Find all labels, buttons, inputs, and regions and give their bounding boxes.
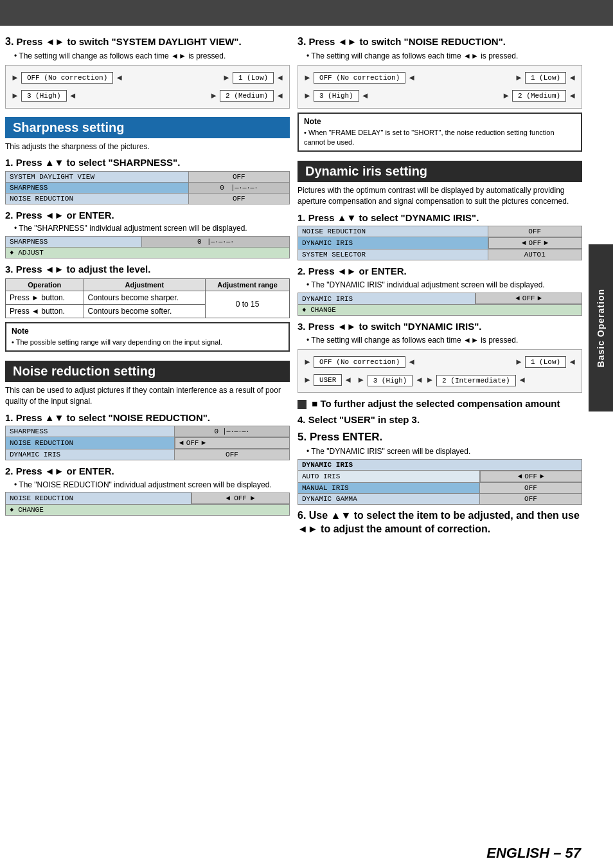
di-arrow5: [303, 375, 312, 384]
main-content: 3. Press ◄► to switch "SYSTEM DAYLIGHT V…: [0, 26, 587, 543]
menu2-row-adjust: ♦ ADJUST: [6, 248, 290, 258]
noise-step2-bullet: The "NOISE REDUCTION" individual adjustm…: [14, 480, 290, 491]
dynamic-menu3: DYNAMIC IRIS AUTO IRIS ◄ OFF ► MANUAL IR…: [298, 459, 582, 505]
di-arrow4: [568, 357, 576, 366]
nf-box-1low: 1 (Low): [525, 72, 566, 84]
adj-header-row: Operation Adjustment Adjustment range: [6, 278, 290, 291]
menu2-row-sharpness: SHARPNESS 0 |—·—·—·: [6, 237, 290, 248]
noise-menu-row2: NOISE REDUCTION ◄ OFF ►: [6, 437, 290, 449]
dm3-val-manual: OFF: [479, 482, 582, 493]
menu2-label-sharpness: SHARPNESS: [6, 237, 142, 248]
dynamic-step2-heading: 2. Press ◄► or ENTER.: [298, 265, 582, 278]
dynamic-iris-section: Dynamic iris setting Pictures with the o…: [298, 156, 582, 538]
noise-menu2: NOISE REDUCTION ◄ OFF ► ♦ CHANGE: [5, 492, 290, 516]
noise-menu-row3: DYNAMIC IRIS OFF: [6, 449, 290, 460]
flow-arrow-8: [276, 91, 284, 100]
dm2-label1: DYNAMIC IRIS: [298, 293, 475, 305]
adj-op-1: Press ► button.: [6, 291, 84, 304]
menu-label-noise: NOISE REDUCTION: [6, 193, 189, 204]
di-arrow9: [426, 375, 434, 384]
dm-row2: DYNAMIC IRIS ◄ OFF ►: [298, 237, 582, 249]
flow-arrow-1: [11, 73, 19, 82]
dm2-row2: ♦ CHANGE: [298, 305, 582, 316]
section-daylight-step3: 3. Press ◄► to switch "SYSTEM DAYLIGHT V…: [5, 31, 290, 112]
dynamic-menu1: NOISE REDUCTION OFF DYNAMIC IRIS ◄ OFF ►…: [298, 226, 582, 260]
sharpness-step2-bullet: The "SHARPNESS" individual adjustment sc…: [14, 223, 290, 234]
di-box-1low: 1 (Low): [525, 356, 566, 368]
menu2-adjust: ♦ ADJUST: [6, 248, 290, 258]
menu-value-sharpness: 0 |—·—·—·: [188, 182, 289, 193]
dynamic-step2-bullet: The "DYNAMIC IRIS" individual adjustment…: [306, 280, 582, 291]
flow-arrow-3: [222, 73, 231, 82]
di-flow-line-2: USER 3 (High) 2 (Intermediate): [303, 374, 576, 386]
dm-row1: NOISE REDUCTION OFF: [298, 226, 582, 237]
noise-val-dynamic: OFF: [175, 449, 290, 460]
noise-flow-line-1: OFF (No correction) 1 (Low): [303, 72, 576, 84]
menu2-value-sharpness: 0 |—·—·—·: [142, 237, 290, 248]
adj-col-op: Operation: [6, 278, 84, 291]
dm-label2: DYNAMIC IRIS: [298, 237, 488, 249]
sharpness-section-title: Sharpness setting: [5, 117, 290, 138]
di-arrow1: [303, 357, 312, 366]
dm3-val-gamma: OFF: [479, 493, 582, 504]
di-box-3high: 3 (High): [368, 375, 413, 386]
flow-line-1: OFF (No correction) 1 (Low): [11, 72, 284, 84]
sharpness-body: This adjusts the sharpness of the pictur…: [5, 141, 290, 152]
flow-line-2: 3 (High) 2 (Medium): [11, 90, 284, 102]
flow-arrow-5: [11, 91, 19, 100]
sharpness-note: Note • The possible setting range will v…: [5, 322, 290, 352]
noise-flow-chart: OFF (No correction) 1 (Low) 3 (High): [298, 65, 582, 109]
di-box-2int: 2 (Intermediate): [436, 375, 516, 386]
noise-step1-heading: 1. Press ▲▼ to select "NOISE REDUCTION".: [5, 411, 290, 424]
noise-note: Note • When "FRAME DELAY" is set to "SHO…: [298, 113, 582, 152]
nf-arrow6: [361, 91, 369, 100]
dm-row3: SYSTEM SELECTOR AUTO1: [298, 249, 582, 260]
sharpness-step3-heading: 3. Press ◄► to adjust the level.: [5, 263, 290, 276]
noise-menu2-row1: NOISE REDUCTION ◄ OFF ►: [6, 493, 290, 505]
dm-val2: ◄ OFF ►: [488, 237, 582, 249]
noise-menu1: SHARPNESS 0 |—·—·—· NOISE REDUCTION ◄ OF…: [5, 426, 290, 460]
noise-menu2-val: ◄ OFF ►: [191, 493, 290, 504]
noise-step3-section: 3. Press ◄► to switch "NOISE REDUCTION".…: [298, 31, 582, 156]
noise-label-dynamic: DYNAMIC IRIS: [6, 449, 175, 460]
noise-val-noise: ◄ OFF ►: [175, 437, 289, 449]
menu-label-daylight: SYSTEM DAYLIGHT VIEW: [6, 171, 189, 182]
nf-arrow4: [568, 73, 576, 82]
right-column: 3. Press ◄► to switch "NOISE REDUCTION".…: [298, 31, 582, 538]
di-flow-line-1: OFF (No correction) 1 (Low): [303, 356, 576, 368]
dynamic-flow-chart: OFF (No correction) 1 (Low) USER: [298, 349, 582, 393]
dm-label1: NOISE REDUCTION: [298, 226, 488, 237]
menu-row-noise: NOISE REDUCTION OFF: [6, 193, 290, 204]
dm3-row1: DYNAMIC IRIS: [298, 459, 582, 470]
sharpness-section: Sharpness setting This adjusts the sharp…: [5, 112, 290, 356]
noise-step3-bullet: The setting will change as follows each …: [306, 51, 582, 62]
menu-row-sharpness: SHARPNESS 0 |—·—·—·: [6, 182, 290, 193]
flow-arrow-2: [115, 73, 123, 82]
noise-step2-heading: 2. Press ◄► or ENTER.: [5, 465, 290, 478]
sharpness-note-text: • The possible setting range will vary d…: [12, 338, 283, 347]
adj-op-2: Press ◄ button.: [6, 304, 84, 318]
di-arrow3: [515, 357, 523, 366]
top-bar: [0, 0, 613, 26]
sharpness-step1-heading: 1. Press ▲▼ to select "SHARPNESS".: [5, 156, 290, 169]
flow-box-2med: 2 (Medium): [220, 90, 274, 102]
dynamic-menu2: DYNAMIC IRIS ◄ OFF ► ♦ CHANGE: [298, 293, 582, 316]
noise-label-sharpness: SHARPNESS: [6, 426, 175, 437]
dm2-row1: DYNAMIC IRIS ◄ OFF ►: [298, 293, 582, 305]
dynamic-step3-heading: 3. Press ◄► to switch "DYNAMIC IRIS".: [298, 320, 582, 333]
dm2-val1: ◄ OFF ►: [475, 293, 582, 304]
further-adjust-heading: ■ To further adjust the selected compens…: [298, 398, 582, 409]
noise-flow-line-2: 3 (High) 2 (Medium): [303, 90, 576, 102]
dm3-row3: MANUAL IRIS OFF: [298, 482, 582, 493]
flow-box-1low: 1 (Low): [233, 72, 274, 84]
side-tab-label: Basic Operation: [596, 289, 606, 367]
adj-col-adj: Adjustment: [84, 278, 206, 291]
nf-box-3high: 3 (High): [314, 90, 359, 102]
adj-desc-1: Contours become sharper.: [84, 291, 206, 304]
adj-row-1: Press ► button. Contours become sharper.…: [6, 291, 290, 304]
sharpness-note-header: Note: [12, 327, 283, 336]
dm3-label-manual: MANUAL IRIS: [298, 482, 480, 493]
dm-val3: AUTO1: [488, 249, 582, 260]
noise-step3-heading: 3. Press ◄► to switch "NOISE REDUCTION".: [298, 35, 582, 49]
noise-label-noise: NOISE REDUCTION: [6, 437, 175, 449]
